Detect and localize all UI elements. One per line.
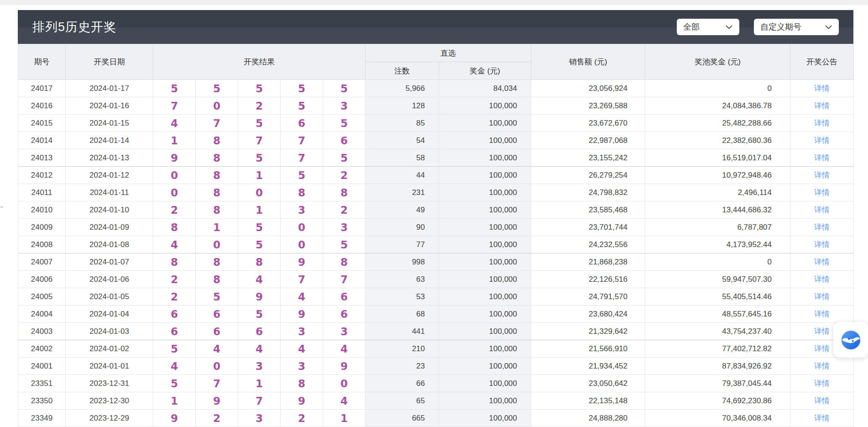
- table-row: 240142024-01-141877654100,00022,987,0682…: [18, 132, 854, 149]
- detail-link[interactable]: 详情: [814, 119, 830, 127]
- sales-amount-cell: 22,987,068: [531, 132, 645, 149]
- draw-number: 0: [196, 97, 238, 115]
- draw-number: 2: [196, 410, 238, 427]
- sales-amount-cell: 23,680,424: [531, 306, 645, 323]
- draw-number: 5: [153, 80, 196, 97]
- detail-link[interactable]: 详情: [814, 240, 830, 249]
- draw-date-cell: 2024-01-08: [66, 236, 153, 253]
- detail-link[interactable]: 详情: [814, 275, 830, 284]
- bets-count-cell: 65: [366, 392, 439, 410]
- draw-number: 4: [196, 340, 238, 358]
- table-row: 233502023-12-301979465100,00022,135,1487…: [18, 392, 854, 410]
- draw-number: 8: [196, 201, 238, 219]
- detail-link[interactable]: 详情: [814, 188, 830, 197]
- sales-amount-cell: 23,269,588: [531, 97, 645, 115]
- prize-amount-cell: 100,000: [439, 340, 531, 358]
- draw-number: 8: [153, 219, 196, 236]
- sales-amount-cell: 23,056,924: [531, 80, 645, 97]
- floating-widget-button[interactable]: [833, 322, 868, 358]
- detail-link[interactable]: 详情: [814, 414, 830, 422]
- detail-link[interactable]: 详情: [814, 379, 830, 388]
- draw-number: 6: [281, 115, 323, 132]
- period-cell: 24017: [18, 80, 66, 97]
- draw-number: 8: [196, 149, 238, 167]
- range-filter-select[interactable]: 全部: [677, 19, 739, 35]
- draw-number: 3: [238, 410, 281, 427]
- draw-number: 5: [153, 340, 196, 358]
- draw-number: 5: [323, 236, 366, 253]
- sales-amount-cell: 26,279,254: [531, 167, 645, 184]
- draw-number: 8: [196, 271, 238, 288]
- bets-count-cell: 63: [366, 271, 439, 288]
- detail-link[interactable]: 详情: [814, 206, 830, 214]
- draw-number: 9: [196, 392, 238, 410]
- detail-link[interactable]: 详情: [814, 327, 830, 336]
- notice-cell: 详情: [790, 410, 854, 427]
- prize-amount-cell: 100,000: [439, 253, 531, 271]
- draw-number: 7: [196, 375, 238, 392]
- draw-number: 3: [323, 97, 366, 115]
- draw-number: 8: [196, 253, 238, 271]
- detail-link[interactable]: 详情: [814, 153, 830, 162]
- col-header-prize: 奖金 (元): [439, 62, 531, 80]
- draw-number: 2: [153, 288, 196, 306]
- draw-number: 4: [323, 392, 366, 410]
- draw-number: 4: [153, 358, 196, 375]
- detail-link[interactable]: 详情: [814, 396, 830, 405]
- sales-amount-cell: 23,672,670: [531, 115, 645, 132]
- detail-link[interactable]: 详情: [814, 362, 830, 370]
- notice-cell: 详情: [790, 219, 854, 236]
- table-row: 240082024-01-084050577100,00024,232,5564…: [18, 236, 854, 253]
- jackpot-amount-cell: 6,787,807: [645, 219, 790, 236]
- period-filter-select[interactable]: 自定义期号: [754, 19, 839, 35]
- detail-link[interactable]: 详情: [814, 171, 830, 179]
- period-cell: 24005: [18, 288, 66, 306]
- col-header-sales: 销售额 (元): [531, 44, 645, 80]
- col-header-pool: 奖池奖金 (元): [645, 44, 790, 80]
- jackpot-amount-cell: 4,173,952.44: [645, 236, 790, 253]
- detail-link[interactable]: 详情: [814, 101, 830, 110]
- draw-number: 5: [153, 375, 196, 392]
- period-cell: 24010: [18, 201, 66, 219]
- detail-link[interactable]: 详情: [814, 344, 830, 353]
- period-cell: 24007: [18, 253, 66, 271]
- draw-number: 2: [153, 201, 196, 219]
- draw-number: 6: [196, 306, 238, 323]
- detail-link[interactable]: 详情: [814, 310, 830, 318]
- draw-number: 8: [238, 253, 281, 271]
- draw-date-cell: 2024-01-01: [66, 358, 153, 375]
- panel-header-bar: 排列5历史开奖 全部 自定义期号: [18, 10, 853, 44]
- draw-number: 7: [238, 132, 281, 149]
- draw-number: 8: [323, 253, 366, 271]
- draw-number: 9: [153, 410, 196, 427]
- table-row: 240052024-01-052594653100,00024,791,5705…: [18, 288, 854, 306]
- draw-number: 5: [323, 80, 366, 97]
- draw-number: 5: [323, 149, 366, 167]
- detail-link[interactable]: 详情: [814, 136, 830, 145]
- period-cell: 24014: [18, 132, 66, 149]
- detail-link[interactable]: 详情: [814, 84, 830, 93]
- detail-link[interactable]: 详情: [814, 223, 830, 232]
- jackpot-amount-cell: 25,482,288.66: [645, 115, 790, 132]
- draw-number: 8: [196, 167, 238, 184]
- jackpot-amount-cell: 43,754,237.40: [645, 323, 790, 340]
- prize-amount-cell: 100,000: [439, 201, 531, 219]
- detail-link[interactable]: 详情: [814, 258, 830, 266]
- history-table: 期号 开奖日期 开奖结果 直选 销售额 (元) 奖池奖金 (元) 开奖公告 注数…: [18, 44, 854, 427]
- period-cell: 24012: [18, 167, 66, 184]
- draw-number: 1: [196, 219, 238, 236]
- page-title: 排列5历史开奖: [32, 19, 116, 35]
- jackpot-amount-cell: 22,382,680.36: [645, 132, 790, 149]
- col-header-notice: 开奖公告: [790, 44, 854, 80]
- draw-number: 2: [323, 201, 366, 219]
- notice-cell: 详情: [790, 236, 854, 253]
- prize-amount-cell: 100,000: [439, 167, 531, 184]
- notice-cell: 详情: [790, 167, 854, 184]
- draw-number: 9: [281, 306, 323, 323]
- bets-count-cell: 231: [366, 184, 439, 201]
- prize-amount-cell: 100,000: [439, 132, 531, 149]
- detail-link[interactable]: 详情: [814, 292, 830, 301]
- period-cell: 23350: [18, 392, 66, 410]
- draw-number: 0: [323, 375, 366, 392]
- draw-number: 1: [153, 132, 196, 149]
